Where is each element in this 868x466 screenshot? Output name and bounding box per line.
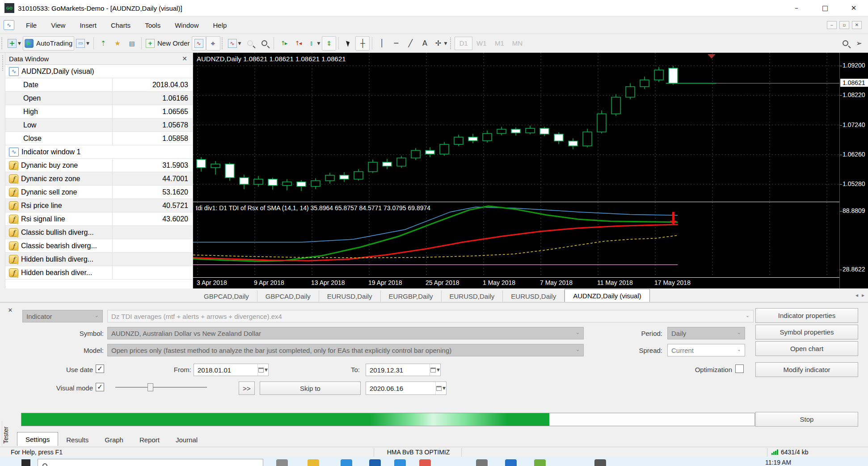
chart-tab[interactable]: GBPCAD,Daily xyxy=(257,290,319,302)
timeframe-d1[interactable]: D1 xyxy=(455,37,472,50)
data-window-close-icon[interactable]: ✕ xyxy=(180,55,189,62)
calendar-icon[interactable]: ▼ xyxy=(430,364,440,376)
maximize-button[interactable]: □ xyxy=(811,0,839,16)
menu-charts[interactable]: Charts xyxy=(104,19,138,32)
indicator-plot[interactable] xyxy=(193,202,839,278)
tab-scroll-right-icon[interactable]: ▸ xyxy=(862,292,864,298)
cursor-button[interactable] xyxy=(341,36,355,51)
new-chart-button[interactable]: + ▼ xyxy=(6,36,23,51)
toolbar-drag-handle[interactable] xyxy=(1,38,4,49)
tester-tab-journal[interactable]: Journal xyxy=(168,434,206,446)
menu-tools[interactable]: Tools xyxy=(138,19,168,32)
menu-view[interactable]: View xyxy=(44,19,72,32)
menu-window[interactable]: Window xyxy=(168,19,206,32)
zoom-out-button[interactable] xyxy=(257,36,271,51)
toolbar-drag-handle[interactable] xyxy=(222,38,225,49)
timeframe-mn[interactable]: MN xyxy=(508,37,526,50)
skip-to-date-input[interactable]: 2020.06.16 ▼ xyxy=(366,381,447,395)
open-chart-button[interactable]: Open chart xyxy=(755,341,858,356)
chart-tab[interactable]: EURUSD,Daily xyxy=(319,290,381,302)
start-button[interactable] xyxy=(21,459,30,466)
tick-up-button[interactable]: ↑▸ xyxy=(276,36,291,51)
tick-down-button[interactable]: ↑◂ xyxy=(291,36,305,51)
chart-type-button[interactable]: ⫾ ▼ xyxy=(305,36,322,51)
chart-tab[interactable]: EURUSD,Daily xyxy=(503,290,565,302)
spread-select[interactable]: Current⌄ xyxy=(667,344,745,356)
crosshair-button[interactable]: ┼ xyxy=(355,36,370,51)
shapes-tool-button[interactable]: ✢ ▼ xyxy=(432,36,449,51)
from-date-input[interactable]: 2018.01.01 ▼ xyxy=(194,364,269,376)
trendline-tool-button[interactable]: ╱ xyxy=(403,36,417,51)
mdi-minimize-button[interactable]: ‒ xyxy=(827,21,837,29)
console-icon[interactable] xyxy=(505,459,517,466)
favorites-button[interactable]: ★ xyxy=(110,36,125,51)
search-icon[interactable] xyxy=(843,40,848,46)
optimization-checkbox[interactable] xyxy=(735,364,744,373)
new-order-button[interactable]: + New Order xyxy=(144,36,192,51)
app-dark-icon[interactable] xyxy=(594,459,606,466)
visual-mode-checkbox[interactable] xyxy=(96,383,104,391)
modify-indicator-button[interactable]: Modify indicator xyxy=(755,362,858,377)
indicator-properties-button[interactable]: Indicator properties xyxy=(755,308,858,323)
outlook-icon[interactable] xyxy=(369,459,381,466)
candles-button[interactable]: ⇕ xyxy=(322,36,336,51)
autotrading-button[interactable]: ▶ AutoTrading xyxy=(23,36,74,51)
chart-tab[interactable]: GBPCAD,Daily xyxy=(196,290,257,302)
window-app-icon[interactable] xyxy=(476,459,488,466)
quick-nav-icon[interactable]: ➢ xyxy=(855,39,864,48)
close-button[interactable]: ✕ xyxy=(839,0,868,16)
tester-tab-graph[interactable]: Graph xyxy=(97,434,131,446)
menu-insert[interactable]: Insert xyxy=(72,19,104,32)
chart-tab[interactable]: AUDNZD,Daily (visual) xyxy=(565,289,650,302)
calendar-icon[interactable]: ▼ xyxy=(257,364,268,376)
tester-tab-settings[interactable]: Settings xyxy=(17,432,58,446)
profiles-button[interactable]: ▭ ▼ xyxy=(74,36,91,51)
vline-tool-button[interactable]: │ xyxy=(375,36,389,51)
tester-type-select[interactable]: Indicator⌄ xyxy=(22,310,103,322)
crosshair-target-button[interactable]: ⌖ xyxy=(206,36,220,51)
tester-side-tab[interactable]: Tester xyxy=(2,421,13,449)
edge-icon[interactable] xyxy=(341,459,352,466)
indicator-file-select[interactable]: Dz TDI averages (mtf + alerts + arrows +… xyxy=(107,310,754,322)
use-date-checkbox[interactable] xyxy=(96,364,104,373)
app-red-icon[interactable] xyxy=(419,459,431,466)
mdi-close-button[interactable]: ✕ xyxy=(852,21,862,29)
chart-region[interactable]: AUDNZD,Daily 1.08621 1.08621 1.08621 1.0… xyxy=(193,53,868,288)
period-select[interactable]: Daily⌄ xyxy=(667,327,745,339)
taskbar-clock[interactable]: 11:19 AM xyxy=(765,459,791,466)
main-chart-plot[interactable] xyxy=(193,53,839,202)
mt4-icon[interactable] xyxy=(534,459,546,466)
indicators-button[interactable]: ∿ ▼ xyxy=(226,36,243,51)
to-date-input[interactable]: 2019.12.31 ▼ xyxy=(366,364,441,376)
terminal-button[interactable]: ▤ xyxy=(125,36,139,51)
tester-close-icon[interactable]: ✕ xyxy=(6,306,14,314)
tester-tab-report[interactable]: Report xyxy=(131,434,168,446)
text-tool-button[interactable]: A xyxy=(417,36,432,51)
symbol-properties-button[interactable]: Symbol properties xyxy=(755,325,858,339)
taskbar-search-box[interactable] xyxy=(38,459,263,466)
folder-icon[interactable] xyxy=(308,459,319,466)
visual-speed-slider[interactable] xyxy=(115,383,207,391)
slider-thumb[interactable] xyxy=(147,383,153,391)
browser-icon[interactable] xyxy=(394,459,406,466)
timeframe-w1[interactable]: W1 xyxy=(472,37,490,50)
calendar-icon[interactable]: ▼ xyxy=(435,382,446,394)
menu-help[interactable]: Help xyxy=(206,19,234,32)
toolbar-drag-handle[interactable] xyxy=(450,38,453,49)
mdi-restore-button[interactable]: ▫ xyxy=(839,21,849,29)
chart-shift-button[interactable]: ⇡ xyxy=(96,36,110,51)
hline-tool-button[interactable]: ─ xyxy=(389,36,403,51)
chart-tab[interactable]: EURUSD,Daily xyxy=(442,290,503,302)
timeframe-m1[interactable]: M1 xyxy=(490,37,508,50)
minimize-button[interactable]: – xyxy=(782,0,811,16)
model-select[interactable]: Open prices only (fastest method to anal… xyxy=(107,344,584,356)
step-forward-button[interactable]: >> xyxy=(239,381,255,395)
tab-scroll-left-icon[interactable]: ◂ xyxy=(855,292,858,298)
stop-button[interactable]: Stop xyxy=(755,412,858,427)
symbol-select[interactable]: AUDNZD, Australian Dollar vs New Zealand… xyxy=(107,327,584,339)
chart-tab[interactable]: EURGBP,Daily xyxy=(381,290,442,302)
tester-tab-results[interactable]: Results xyxy=(58,434,97,446)
skip-to-button[interactable]: Skip to xyxy=(260,381,361,395)
taskview-icon[interactable] xyxy=(276,459,288,466)
menu-file[interactable]: File xyxy=(19,19,44,32)
